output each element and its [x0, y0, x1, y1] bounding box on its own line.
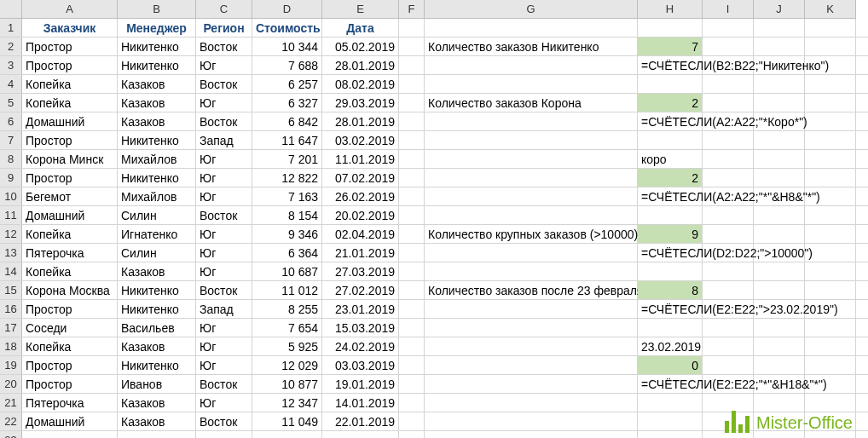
cell[interactable] [425, 412, 638, 430]
cell[interactable] [399, 281, 425, 299]
cell[interactable] [425, 300, 638, 318]
cell[interactable]: 10 877 [252, 375, 322, 393]
cell[interactable]: Никитенко [118, 131, 196, 149]
rowhead[interactable]: 4 [0, 75, 22, 93]
cell[interactable] [754, 262, 805, 280]
cell[interactable] [425, 112, 638, 130]
cell[interactable]: 15.03.2019 [322, 319, 399, 337]
cell[interactable]: 11 049 [252, 412, 322, 430]
rowhead[interactable]: 10 [0, 187, 22, 205]
cell[interactable]: Копейка [22, 94, 118, 112]
cell[interactable]: 27.02.2019 [322, 281, 399, 299]
cell[interactable]: 11 647 [252, 131, 322, 149]
cell[interactable] [805, 19, 856, 37]
cell[interactable] [252, 431, 322, 438]
cell[interactable] [703, 75, 754, 93]
rowhead[interactable]: 19 [0, 356, 22, 374]
cell[interactable] [399, 169, 425, 187]
cell[interactable] [399, 75, 425, 93]
cell[interactable]: Юг [196, 244, 252, 262]
cell[interactable]: Юг [196, 94, 252, 112]
rowhead[interactable]: 8 [0, 150, 22, 168]
cell[interactable] [399, 337, 425, 355]
cell[interactable]: Игнатенко [118, 225, 196, 243]
select-all-corner[interactable] [0, 0, 22, 19]
cell[interactable] [399, 262, 425, 280]
cell[interactable]: Домашний [22, 112, 118, 130]
cell[interactable] [805, 75, 856, 93]
cell[interactable] [805, 262, 856, 280]
cell[interactable]: Михайлов [118, 150, 196, 168]
cell[interactable] [399, 131, 425, 149]
cell[interactable] [805, 37, 856, 55]
cell[interactable]: 2 [638, 169, 703, 187]
cell[interactable] [754, 169, 805, 187]
cell[interactable]: Силин [118, 244, 196, 262]
colhead-G[interactable]: G [425, 0, 638, 19]
cell[interactable] [399, 412, 425, 430]
cell[interactable] [425, 262, 638, 280]
colhead-E[interactable]: E [322, 0, 399, 19]
cell[interactable]: 29.03.2019 [322, 94, 399, 112]
cell[interactable]: Запад [196, 300, 252, 318]
cell[interactable] [399, 112, 425, 130]
cell[interactable]: 9 [638, 225, 703, 243]
cell[interactable] [425, 244, 638, 262]
header-cell[interactable]: Дата [322, 19, 399, 37]
cell[interactable]: 6 257 [252, 75, 322, 93]
cell[interactable]: Казаков [118, 112, 196, 130]
cell[interactable] [703, 131, 754, 149]
cell[interactable] [754, 225, 805, 243]
cell[interactable] [399, 187, 425, 205]
cell[interactable] [703, 281, 754, 299]
cell[interactable] [703, 19, 754, 37]
cell[interactable]: 7 688 [252, 56, 322, 74]
cell[interactable] [425, 337, 638, 355]
cell[interactable] [322, 431, 399, 438]
cell[interactable] [805, 150, 856, 168]
cell[interactable] [805, 169, 856, 187]
cell[interactable] [805, 206, 856, 224]
cell[interactable]: Никитенко [118, 169, 196, 187]
cell[interactable]: 22.01.2019 [322, 412, 399, 430]
cell[interactable] [425, 319, 638, 337]
cell[interactable]: Восток [196, 375, 252, 393]
cell[interactable] [425, 394, 638, 412]
cell[interactable]: Казаков [118, 94, 196, 112]
cell[interactable]: 12 347 [252, 394, 322, 412]
cell[interactable]: Копейка [22, 75, 118, 93]
cell[interactable]: Восток [196, 206, 252, 224]
cell[interactable]: 11 012 [252, 281, 322, 299]
colhead-A[interactable]: A [22, 0, 118, 19]
cell[interactable] [399, 375, 425, 393]
cell[interactable] [754, 337, 805, 355]
cell[interactable] [425, 356, 638, 374]
cell[interactable]: Юг [196, 225, 252, 243]
cell[interactable]: =СЧЁТЕСЛИ(E2:E22;">23.02.2019") [638, 300, 703, 318]
cell[interactable] [703, 94, 754, 112]
cell[interactable] [703, 337, 754, 355]
cell[interactable]: Пятерочка [22, 244, 118, 262]
cell[interactable] [638, 131, 703, 149]
cell[interactable] [638, 262, 703, 280]
cell[interactable]: 10 344 [252, 37, 322, 55]
cell[interactable]: =СЧЁТЕСЛИ(D2:D22;">10000") [638, 244, 703, 262]
rowhead[interactable]: 20 [0, 375, 22, 393]
cell[interactable]: 23.02.2019 [638, 337, 703, 355]
cell[interactable] [703, 356, 754, 374]
cell[interactable]: Домашний [22, 206, 118, 224]
cell[interactable]: Простор [22, 300, 118, 318]
cell[interactable] [22, 431, 118, 438]
cell[interactable] [399, 37, 425, 55]
rowhead[interactable]: 21 [0, 394, 22, 412]
cell[interactable] [399, 206, 425, 224]
cell[interactable] [425, 187, 638, 205]
cell[interactable]: 5 925 [252, 337, 322, 355]
cell[interactable]: Силин [118, 206, 196, 224]
cell[interactable] [399, 356, 425, 374]
cell[interactable] [425, 375, 638, 393]
cell[interactable]: 11.01.2019 [322, 150, 399, 168]
header-cell[interactable]: Стоимость [252, 19, 322, 37]
colhead-I[interactable]: I [703, 0, 754, 19]
cell[interactable]: 9 346 [252, 225, 322, 243]
